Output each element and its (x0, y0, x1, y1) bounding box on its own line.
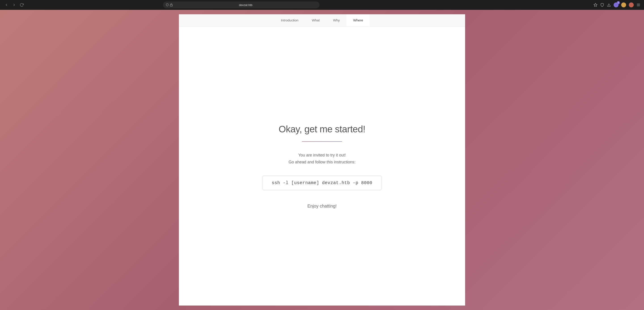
address-bar[interactable]: devzat.htb (163, 1, 320, 8)
url-text: devzat.htb (175, 3, 317, 7)
lock-icon (170, 3, 173, 6)
nav-what[interactable]: What (305, 14, 326, 26)
browser-toolbar-right: 4 (594, 2, 640, 7)
nav-why[interactable]: Why (326, 14, 346, 26)
back-button[interactable] (4, 2, 10, 8)
ssh-command[interactable]: ssh -l [username] devzat.htb -p 8000 (262, 176, 382, 190)
site-navigation: Introduction What Why Where (179, 14, 465, 27)
address-bar-security-icons (166, 3, 173, 6)
page-wrapper: Introduction What Why Where Okay, get me… (0, 10, 644, 310)
enjoy-text: Enjoy chatting! (307, 203, 336, 209)
bookmark-icon[interactable] (594, 3, 598, 7)
notification-badge: 4 (617, 1, 620, 4)
reload-button[interactable] (19, 2, 24, 8)
menu-icon[interactable] (636, 3, 640, 7)
divider (302, 141, 342, 142)
nav-introduction[interactable]: Introduction (274, 14, 305, 26)
security-icon[interactable] (600, 3, 604, 7)
profile-badge-container[interactable]: 4 (614, 2, 618, 7)
invite-line-1: You are invited to try it out! (298, 153, 346, 157)
user-avatar[interactable] (621, 2, 626, 7)
invite-line-2: Go ahead and follow this instructions: (288, 160, 355, 164)
user-avatar-2[interactable] (629, 2, 634, 7)
nav-where[interactable]: Where (346, 14, 370, 26)
main-container: Introduction What Why Where Okay, get me… (179, 14, 465, 306)
content-area: Okay, get me started! You are invited to… (179, 27, 465, 306)
svg-marker-1 (594, 3, 597, 6)
shield-icon (166, 3, 169, 6)
svg-rect-0 (170, 5, 172, 6)
page-heading: Okay, get me started! (278, 124, 366, 135)
browser-nav-buttons (4, 2, 24, 8)
browser-chrome: devzat.htb 4 (0, 0, 644, 10)
forward-button[interactable] (11, 2, 17, 8)
download-icon[interactable] (607, 3, 611, 7)
